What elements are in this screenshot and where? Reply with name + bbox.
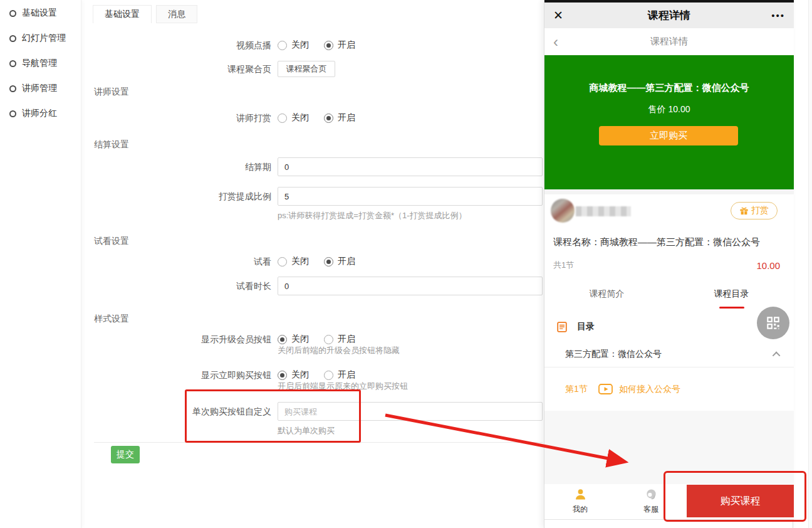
radio-icon	[324, 257, 333, 267]
form-divider	[94, 442, 543, 443]
sidebar-item-label: 幻灯片管理	[22, 33, 66, 44]
course-meta: 共1节 10.00	[553, 260, 780, 271]
radio-option-off[interactable]: 关闭	[278, 112, 309, 124]
form-row-show-upgrade-button: 显示升级会员按钮 关闭 开启 关闭后前端的升级会员按钮将隐藏	[94, 333, 543, 358]
tip-button-label: 打赏	[751, 205, 769, 216]
circle-bullet-icon	[9, 60, 16, 67]
radio-icon	[278, 114, 287, 123]
radio-option-off[interactable]: 关闭	[278, 40, 309, 51]
phone-navbar: ‹ 课程详情	[544, 28, 794, 55]
field-label: 课程聚合页	[94, 61, 271, 77]
field-label: 打赏提成比例	[94, 187, 271, 206]
trial-radio-group: 关闭 开启	[278, 255, 355, 268]
field-label: 单次购买按钮自定义	[94, 402, 271, 421]
tab-course-intro[interactable]: 课程简介	[544, 279, 669, 312]
tabbar-item-service[interactable]: 客服	[632, 488, 670, 515]
sidebar-item-lecturer-mgmt[interactable]: 讲师管理	[0, 76, 81, 101]
radio-option-on[interactable]: 开启	[324, 40, 355, 51]
submit-button[interactable]: 提交	[111, 446, 140, 463]
tip-button[interactable]: 打赏	[731, 202, 778, 219]
headset-icon	[645, 488, 658, 501]
avatar	[551, 199, 575, 223]
close-icon[interactable]: ✕	[553, 8, 563, 23]
video-on-demand-radio-group: 关闭 开启	[278, 39, 355, 51]
radio-option-on[interactable]: 开启	[324, 112, 355, 124]
radio-option-off[interactable]: 关闭	[278, 369, 309, 381]
catalog-header-row: 目录	[544, 312, 794, 342]
sidebar-item-basic-settings[interactable]: 基础设置	[0, 1, 81, 26]
sidebar-menu: 基础设置 幻灯片管理 导航管理 讲师管理 讲师分红	[0, 0, 81, 126]
section-header-lecturer: 讲师设置	[94, 87, 129, 98]
radio-icon	[324, 335, 333, 344]
field-label: 显示升级会员按钮	[94, 333, 271, 346]
lecturer-name-blurred	[576, 206, 631, 216]
course-price: 10.00	[756, 260, 780, 271]
radio-option-on[interactable]: 开启	[324, 256, 355, 267]
app-root: 基础设置 幻灯片管理 导航管理 讲师管理 讲师分红 基础设置 消息	[0, 0, 812, 528]
radio-label: 关闭	[291, 40, 309, 51]
buy-course-button[interactable]: 购买课程	[687, 485, 794, 517]
scrollbar-gutter[interactable]	[808, 0, 812, 528]
tab-messages[interactable]: 消息	[156, 5, 197, 23]
chevron-up-icon[interactable]	[773, 351, 781, 359]
form-row-settlement-period: 结算期	[94, 157, 543, 176]
tip-commission-input[interactable]	[278, 187, 543, 206]
sidebar-item-label: 讲师管理	[22, 83, 57, 94]
form-row-trial-duration: 试看时长	[94, 277, 543, 295]
tip-commission-control: ps:讲师获得打赏提成=打赏金额*（1-打赏提成比例）	[278, 187, 543, 221]
settings-tabstrip: 基础设置 消息	[93, 5, 197, 23]
show-buynow-help: 开启后前端显示原来的立即购买按钮	[278, 381, 408, 392]
trial-duration-control	[278, 277, 543, 295]
course-section-count: 共1节	[553, 260, 574, 271]
buy-now-button[interactable]: 立即购买	[599, 126, 738, 145]
sidebar-item-label: 基础设置	[22, 8, 57, 19]
phone-preview: ✕ 课程详情 ••• ‹ 课程详情 商城教程——第三方配置：微信公众号 售价 1…	[544, 0, 793, 528]
field-label: 讲师打赏	[94, 112, 271, 124]
show-buynow-radio-group: 关闭 开启	[278, 369, 355, 381]
lesson-row[interactable]: 第1节 如何接入公众号	[544, 367, 794, 411]
radio-option-off[interactable]: 关闭	[278, 256, 309, 267]
radio-label: 关闭	[291, 369, 309, 381]
sidebar-item-label: 导航管理	[22, 58, 57, 69]
show-upgrade-radio-group: 关闭 开启	[278, 333, 355, 346]
section-header-style: 样式设置	[94, 314, 129, 325]
trial-duration-input[interactable]	[278, 277, 543, 295]
back-icon[interactable]: ‹	[553, 34, 558, 50]
single-buy-custom-input[interactable]	[278, 402, 543, 421]
radio-icon	[278, 41, 287, 50]
course-aggregate-button[interactable]: 课程聚合页	[278, 61, 335, 77]
qr-icon	[765, 315, 781, 331]
radio-icon	[324, 371, 333, 380]
course-tabs: 课程简介 课程目录	[544, 279, 794, 312]
form-row-course-aggregate: 课程聚合页 课程聚合页	[94, 61, 543, 77]
field-label: 视频点播	[94, 39, 271, 51]
phone-tabbar: 我的 客服 购买课程	[544, 484, 794, 520]
qr-code-button[interactable]	[757, 307, 789, 339]
banner-price: 售价 10.00	[544, 104, 794, 115]
phone-header-title: 课程详情	[544, 8, 794, 23]
tip-commission-help: ps:讲师获得打赏提成=打赏金额*（1-打赏提成比例）	[278, 210, 543, 221]
sidebar-item-lecturer-dividend[interactable]: 讲师分红	[0, 101, 81, 126]
video-play-icon	[598, 384, 613, 394]
radio-option-on[interactable]: 开启	[324, 334, 355, 345]
lecturer-tip-radio-group: 关闭 开启	[278, 112, 355, 124]
radio-option-off[interactable]: 关闭	[278, 334, 309, 345]
settlement-period-control	[278, 157, 543, 176]
phone-header: ✕ 课程详情 •••	[544, 3, 794, 28]
tab-basic-settings[interactable]: 基础设置	[93, 5, 152, 23]
single-buy-custom-help: 默认为单次购买	[278, 425, 543, 436]
settlement-period-input[interactable]	[278, 157, 543, 176]
circle-bullet-icon	[9, 10, 16, 17]
radio-option-on[interactable]: 开启	[324, 369, 355, 381]
radio-icon	[324, 114, 333, 123]
course-name: 课程名称：商城教程——第三方配置：微信公众号	[553, 236, 760, 248]
sidebar-item-navigation[interactable]: 导航管理	[0, 51, 81, 76]
form-row-single-buy-custom: 单次购买按钮自定义 默认为单次购买	[94, 402, 543, 436]
tabbar-item-mine[interactable]: 我的	[561, 488, 599, 515]
chapter-row[interactable]: 第三方配置：微信公众号	[544, 342, 794, 367]
banner-gap	[544, 189, 794, 194]
form-row-trial: 试看 关闭 开启	[94, 255, 543, 268]
more-icon[interactable]: •••	[771, 10, 785, 21]
catalog-header-label: 目录	[577, 321, 595, 332]
sidebar-item-slides[interactable]: 幻灯片管理	[0, 26, 81, 51]
